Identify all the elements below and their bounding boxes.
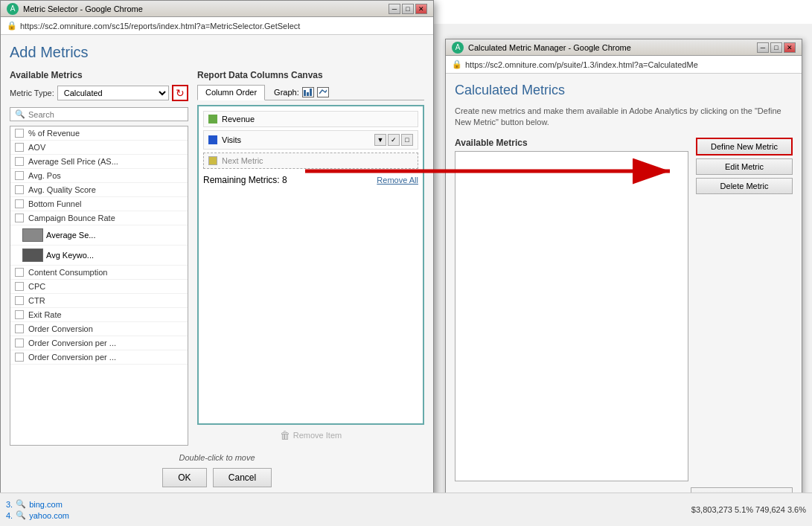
calc-favicon: A	[452, 42, 464, 54]
metric-minimize-button[interactable]: ─	[389, 4, 400, 14]
edit-metric-button[interactable]: Edit Metric	[696, 158, 793, 175]
list-item-label: Bottom Funnel	[28, 199, 82, 208]
calc-lock-icon: 🔒	[452, 60, 462, 69]
list-item[interactable]: AOV	[10, 141, 188, 155]
metric-type-row: Metric Type: Calculated ↻	[10, 85, 188, 101]
list-item-label: Avg Keywo...	[46, 251, 94, 260]
column-order-tabs: Column Order Graph:	[197, 85, 424, 100]
list-item[interactable]: Avg. Quality Score	[10, 183, 188, 197]
cancel-button[interactable]: Cancel	[213, 468, 272, 487]
calc-url: https://sc2.omniture.com/p/suite/1.3/ind…	[465, 60, 698, 69]
canvas-item-next-label: Next Metric	[222, 156, 263, 165]
canvas-area: Revenue Visits ▼ ✓ □	[197, 105, 424, 425]
list-item[interactable]: % of Revenue	[10, 126, 188, 141]
item-icon	[15, 282, 24, 291]
list-item-label: Average Sell Price (AS...	[28, 157, 118, 166]
item-sub: Avg Keywo...	[15, 247, 183, 263]
item-icon	[15, 296, 24, 305]
list-item-with-thumb[interactable]: Avg Keywo...	[10, 246, 188, 266]
double-click-hint: Double-click to move	[179, 453, 255, 462]
metrics-list[interactable]: % of Revenue AOV Average Sell Price (AS.…	[10, 126, 188, 446]
link-number-4: 4.	[6, 511, 13, 520]
item-icon	[15, 143, 24, 152]
metric-titlebar: A Metric Selector - Google Chrome ─ □ ✕	[1, 1, 433, 17]
list-item[interactable]: Order Conversion per ...	[10, 350, 188, 365]
list-item[interactable]: Average Sell Price (AS...	[10, 155, 188, 169]
calc-content-area: Available Metrics Define New Metric Edit…	[455, 138, 793, 481]
list-item[interactable]: Order Conversion	[10, 322, 188, 336]
metric-footer: Double-click to move OK Cancel	[10, 453, 424, 487]
visits-color-swatch	[208, 135, 217, 144]
graph-icon-bar[interactable]	[302, 87, 314, 97]
item-icon	[15, 185, 24, 194]
metric-type-label: Metric Type:	[10, 89, 54, 97]
define-new-metric-button[interactable]: Define New Metric	[696, 138, 793, 155]
thumb-image	[22, 248, 43, 262]
list-item-label: Order Conversion per ...	[28, 353, 116, 362]
visits-x-button[interactable]: □	[401, 134, 413, 146]
calc-titlebar-buttons: ─ □ ✕	[757, 42, 796, 53]
line-chart-svg	[319, 88, 327, 95]
visits-dropdown-button[interactable]: ▼	[374, 134, 386, 146]
delete-metric-button[interactable]: Delete Metric	[696, 178, 793, 194]
calc-close-button[interactable]: ✕	[784, 42, 796, 53]
trash-icon: 🗑	[280, 429, 290, 441]
tab-graph-label: Graph:	[274, 88, 299, 97]
metric-maximize-button[interactable]: □	[402, 4, 414, 14]
metric-refresh-button[interactable]: ↻	[172, 85, 188, 101]
list-item-label: AOV	[28, 143, 45, 152]
list-item[interactable]: Bottom Funnel	[10, 197, 188, 211]
left-panel: Available Metrics Metric Type: Calculate…	[10, 70, 188, 446]
item-icon	[15, 157, 24, 166]
remaining-row: Remaining Metrics: 8 Remove All	[203, 175, 418, 185]
metric-footer-buttons: OK Cancel	[162, 468, 272, 487]
remove-all-button[interactable]: Remove All	[377, 176, 418, 185]
list-item[interactable]: Avg. Pos	[10, 169, 188, 183]
metric-lock-icon: 🔒	[7, 21, 17, 31]
remaining-count: 8	[282, 175, 287, 185]
calc-metrics-list-label: Available Metrics	[455, 138, 688, 148]
metric-close-button[interactable]: ✕	[415, 4, 427, 14]
item-icon	[15, 353, 24, 362]
metric-addressbar: 🔒 https://sc2.omniture.com/sc15/reports/…	[1, 17, 433, 35]
visits-check-button[interactable]: ✓	[388, 134, 400, 146]
list-item[interactable]: Campaign Bounce Rate	[10, 211, 188, 225]
remove-item-button[interactable]: 🗑 Remove Item	[280, 429, 342, 441]
metric-panel: Available Metrics Metric Type: Calculate…	[10, 70, 424, 446]
list-item-label: Order Conversion	[28, 324, 93, 333]
canvas-item-visits: Visits ▼ ✓ □	[203, 130, 418, 150]
bottom-link-bing[interactable]: 3. 🔍 bing.com	[6, 499, 69, 509]
canvas-item-revenue-label: Revenue	[222, 115, 255, 124]
canvas-item-revenue: Revenue	[203, 111, 418, 127]
metric-favicon: A	[7, 3, 19, 15]
remaining-label: Remaining Metrics:	[203, 175, 280, 185]
ok-button[interactable]: OK	[162, 468, 207, 487]
metric-url: https://sc2.omniture.com/sc15/reports/in…	[20, 22, 300, 31]
metric-selector-window: A Metric Selector - Google Chrome ─ □ ✕ …	[0, 0, 434, 497]
graph-icon-line[interactable]	[317, 87, 329, 97]
tab-graph: Graph:	[266, 85, 336, 100]
tab-column-order[interactable]: Column Order	[197, 85, 265, 100]
list-item-label: % of Revenue	[28, 129, 80, 138]
bottom-links: 3. 🔍 bing.com 4. 🔍 yahoo.com	[6, 499, 69, 520]
link-text-yahoo: yahoo.com	[29, 511, 69, 520]
visits-controls: ▼ ✓ □	[374, 134, 413, 146]
left-panel-title: Available Metrics	[10, 70, 188, 80]
bar2	[307, 92, 309, 96]
list-item[interactable]: Order Conversion per ...	[10, 336, 188, 350]
list-item[interactable]: CTR	[10, 294, 188, 308]
bottom-stats: $3,803,273 5.1% 749,624 3.6%	[691, 505, 806, 514]
list-item[interactable]: Exit Rate	[10, 308, 188, 322]
calc-maximize-button[interactable]: □	[770, 42, 782, 53]
search-input[interactable]	[28, 110, 183, 119]
metric-type-select[interactable]: Calculated	[57, 86, 169, 100]
list-item-label: CTR	[28, 296, 45, 305]
list-item[interactable]: CPC	[10, 280, 188, 294]
list-item[interactable]: Content Consumption	[10, 266, 188, 280]
list-item-with-thumb[interactable]: Average Se...	[10, 225, 188, 246]
bar1	[304, 90, 306, 96]
list-item-label: Content Consumption	[28, 268, 107, 277]
search-result-icon-4: 🔍	[16, 510, 26, 520]
calc-minimize-button[interactable]: ─	[757, 42, 769, 53]
bottom-link-yahoo[interactable]: 4. 🔍 yahoo.com	[6, 510, 69, 520]
